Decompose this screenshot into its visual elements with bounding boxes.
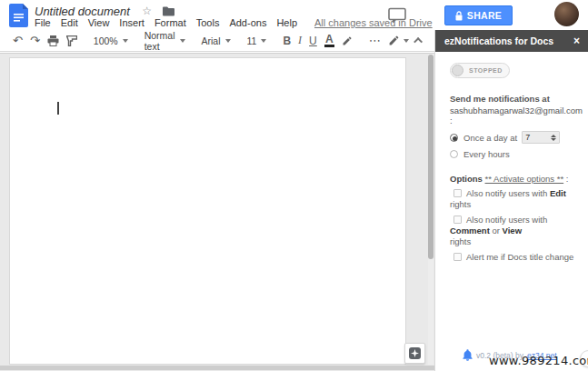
opt2-text: Also notify users with: [466, 215, 547, 225]
text-cursor: [57, 102, 59, 115]
notify-email: sashubhamagarwal32@gmail.com :: [450, 105, 582, 125]
horizontal-scrollbar[interactable]: [0, 366, 434, 370]
docs-logo-icon[interactable]: [9, 4, 28, 27]
opt2-wrapped-line: rights: [450, 236, 582, 247]
options-section: Options ** Activate options ** : Also no…: [450, 174, 582, 263]
hour-select[interactable]: 7: [522, 131, 560, 144]
redo-button[interactable]: ↷: [26, 32, 44, 50]
toggle-knob: [452, 65, 463, 76]
editing-mode-button[interactable]: [384, 32, 413, 50]
font-size-select[interactable]: 11: [244, 35, 271, 46]
once-a-day-label: Once a day at: [463, 133, 517, 143]
toggle-state-label: STOPPED: [469, 67, 503, 74]
chevron-down-icon: [261, 39, 266, 43]
pencil-icon: [388, 35, 400, 46]
sidebar-header: ezNotifications for Docs ×: [435, 30, 588, 52]
paragraph-style-value: Normal text: [145, 30, 175, 52]
scrollbar-thumb[interactable]: [428, 55, 434, 259]
print-button[interactable]: [44, 32, 63, 50]
alert-title-change-option[interactable]: Alert me if Docs title change: [450, 252, 582, 263]
opt1-post: rights: [450, 199, 471, 209]
chevron-down-icon: [180, 39, 185, 43]
notify-comment-view-option[interactable]: Also notify users with Comment or View r…: [450, 215, 582, 247]
paint-roller-icon: [66, 35, 77, 46]
highlight-button[interactable]: [338, 32, 356, 50]
font-value: Arial: [202, 35, 221, 46]
underline-button[interactable]: U: [305, 32, 321, 50]
notifications-toggle[interactable]: STOPPED: [450, 63, 510, 78]
bell-icon: [463, 349, 473, 361]
menu-edit[interactable]: Edit: [61, 17, 78, 28]
paragraph-style-select[interactable]: Normal text: [141, 30, 189, 52]
opt2-mid: or: [490, 226, 503, 236]
more-toolbar-button[interactable]: ⋯: [365, 32, 384, 50]
font-size-value: 11: [247, 35, 257, 46]
topbar: Untitled document ☆ File Edit View Inser…: [0, 0, 588, 30]
menu-view[interactable]: View: [88, 17, 110, 28]
opt1-bold: Edit: [550, 188, 566, 198]
explore-icon: [409, 347, 421, 359]
document-page[interactable]: [9, 57, 406, 365]
collapse-toolbar-button[interactable]: [413, 32, 426, 50]
lock-icon: [455, 11, 463, 21]
menu-insert[interactable]: Insert: [119, 17, 145, 28]
highlighter-icon: [342, 35, 353, 46]
chevron-down-icon: [225, 39, 231, 43]
opt3-text: Alert me if Docs title change: [466, 252, 573, 262]
paint-format-button[interactable]: [63, 32, 81, 50]
text-color-button[interactable]: A: [321, 32, 338, 50]
radio-once-a-day[interactable]: [450, 134, 458, 142]
undo-button[interactable]: ↶: [9, 32, 26, 50]
toolbar: ↶ ↷ 100% Normal text Arial 11: [0, 30, 434, 52]
sidebar-body: STOPPED Send me notifications at sashubh…: [435, 52, 588, 371]
activate-options-link[interactable]: ** Activate options **: [485, 174, 564, 184]
eznotifications-sidebar: ezNotifications for Docs × STOPPED Send …: [434, 30, 588, 371]
notify-edit-rights-option[interactable]: Also notify users with Edit rights: [450, 188, 582, 210]
menu-tools[interactable]: Tools: [196, 17, 220, 28]
opt2-bold2: View: [503, 226, 522, 236]
google-docs-window: Untitled document ☆ File Edit View Inser…: [0, 0, 588, 371]
zoom-value: 100%: [94, 35, 118, 46]
explore-button[interactable]: [404, 343, 425, 364]
checkbox-edit-rights[interactable]: [453, 189, 462, 197]
share-label: SHARE: [467, 10, 502, 21]
save-status-link[interactable]: All changes saved in Drive: [314, 17, 433, 28]
star-icon[interactable]: ☆: [142, 5, 152, 17]
vertical-scrollbar[interactable]: [428, 54, 434, 365]
comment-icon[interactable]: [387, 7, 407, 24]
radio-every-hours[interactable]: [450, 150, 458, 158]
hour-value: 7: [525, 133, 551, 142]
every-hours-label: Every hours: [463, 149, 510, 159]
close-icon[interactable]: ×: [573, 35, 580, 47]
zoom-select[interactable]: 100%: [90, 35, 132, 46]
bold-button[interactable]: B: [279, 32, 294, 50]
document-canvas-area: [0, 53, 434, 371]
folder-icon[interactable]: [163, 6, 174, 16]
chevron-up-icon: [414, 37, 423, 46]
checkbox-title-change[interactable]: [453, 253, 462, 261]
menubar: File Edit View Insert Format Tools Add-o…: [35, 17, 433, 28]
menu-help[interactable]: Help: [276, 17, 297, 28]
watermark-text: www.989214.com: [489, 354, 588, 367]
italic-button[interactable]: I: [294, 32, 305, 50]
opt2-bold1: Comment: [450, 226, 490, 236]
once-a-day-option[interactable]: Once a day at 7: [450, 131, 582, 144]
stepper-icon[interactable]: [551, 135, 556, 141]
chevron-down-icon: [404, 39, 409, 43]
opt1-text: Also notify users with: [466, 188, 550, 198]
notify-at-label: Send me notifications at: [450, 94, 582, 104]
chevron-down-icon: [123, 39, 128, 43]
color-swatch: [324, 45, 334, 47]
sidebar-title: ezNotifications for Docs: [444, 35, 573, 46]
every-hours-option[interactable]: Every hours: [450, 149, 582, 159]
font-select[interactable]: Arial: [198, 35, 234, 46]
share-button[interactable]: SHARE: [444, 5, 513, 25]
menu-addons[interactable]: Add-ons: [229, 17, 266, 28]
menu-file[interactable]: File: [35, 17, 51, 28]
notification-settings-section: Send me notifications at sashubhamagarwa…: [450, 94, 582, 159]
document-title[interactable]: Untitled document: [35, 5, 130, 18]
menu-format[interactable]: Format: [154, 17, 186, 28]
checkbox-comment-view[interactable]: [453, 216, 462, 224]
text-color-letter: A: [325, 34, 334, 45]
user-avatar[interactable]: [554, 2, 579, 26]
